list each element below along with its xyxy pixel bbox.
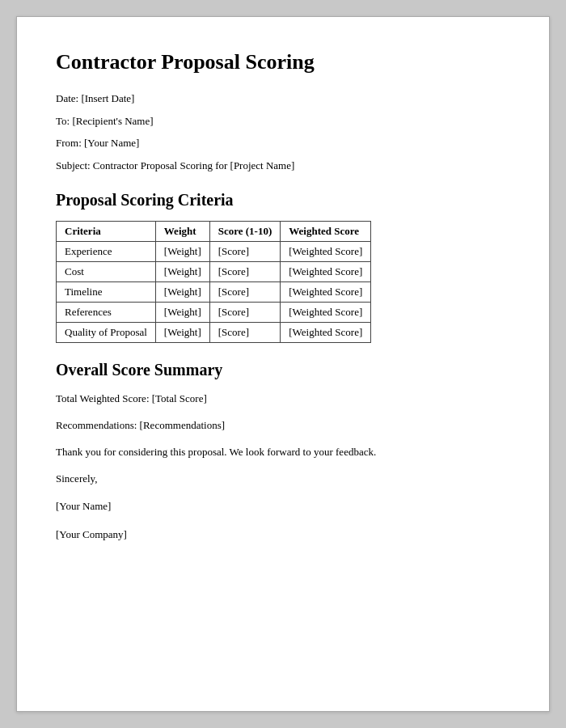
table-row: Quality of Proposal[Weight][Score][Weigh… bbox=[57, 323, 371, 343]
table-cell: [Weight] bbox=[155, 323, 209, 343]
document-title: Contractor Proposal Scoring bbox=[56, 49, 510, 74]
table-cell: References bbox=[57, 303, 156, 323]
table-cell: [Weight] bbox=[155, 303, 209, 323]
table-cell: [Score] bbox=[209, 282, 281, 303]
table-cell: [Score] bbox=[209, 323, 281, 343]
meta-subject: Subject: Contractor Proposal Scoring for… bbox=[56, 158, 510, 174]
col-header-score: Score (1-10) bbox=[209, 222, 281, 242]
table-cell: [Score] bbox=[209, 303, 281, 323]
table-row: Timeline[Weight][Score][Weighted Score] bbox=[57, 282, 371, 303]
your-company-line: [Your Company] bbox=[56, 527, 510, 544]
table-cell: [Weighted Score] bbox=[281, 282, 371, 303]
table-cell: Cost bbox=[57, 262, 156, 282]
table-cell: [Score] bbox=[209, 262, 281, 282]
criteria-section-heading: Proposal Scoring Criteria bbox=[56, 191, 510, 210]
table-cell: Quality of Proposal bbox=[57, 323, 156, 343]
table-cell: Timeline bbox=[57, 282, 156, 303]
scoring-table: Criteria Weight Score (1-10) Weighted Sc… bbox=[56, 221, 371, 343]
table-cell: [Weighted Score] bbox=[281, 242, 371, 262]
thank-you-line: Thank you for considering this proposal.… bbox=[56, 444, 510, 461]
meta-from: From: [Your Name] bbox=[56, 135, 510, 151]
col-header-criteria: Criteria bbox=[57, 222, 156, 242]
sincerely-line: Sincerely, bbox=[56, 471, 510, 488]
table-cell: [Weighted Score] bbox=[281, 323, 371, 343]
table-cell: [Score] bbox=[209, 242, 281, 262]
table-cell: [Weighted Score] bbox=[281, 303, 371, 323]
recommendations-line: Recommendations: [Recommendations] bbox=[56, 417, 510, 434]
col-header-weight: Weight bbox=[155, 222, 209, 242]
table-row: Cost[Weight][Score][Weighted Score] bbox=[57, 262, 371, 282]
meta-to: To: [Recipient's Name] bbox=[56, 113, 510, 129]
total-score-line: Total Weighted Score: [Total Score] bbox=[56, 391, 510, 408]
summary-section-heading: Overall Score Summary bbox=[56, 361, 510, 379]
col-header-weighted-score: Weighted Score bbox=[281, 222, 371, 242]
table-cell: [Weight] bbox=[155, 262, 209, 282]
table-header-row: Criteria Weight Score (1-10) Weighted Sc… bbox=[57, 222, 371, 242]
table-row: Experience[Weight][Score][Weighted Score… bbox=[57, 242, 371, 262]
your-name-line: [Your Name] bbox=[56, 498, 510, 515]
table-cell: Experience bbox=[57, 242, 156, 262]
table-cell: [Weight] bbox=[155, 242, 209, 262]
meta-date: Date: [Insert Date] bbox=[56, 91, 510, 107]
table-cell: [Weighted Score] bbox=[281, 262, 371, 282]
document-page: Contractor Proposal Scoring Date: [Inser… bbox=[16, 16, 550, 712]
table-cell: [Weight] bbox=[155, 282, 209, 303]
table-row: References[Weight][Score][Weighted Score… bbox=[57, 303, 371, 323]
